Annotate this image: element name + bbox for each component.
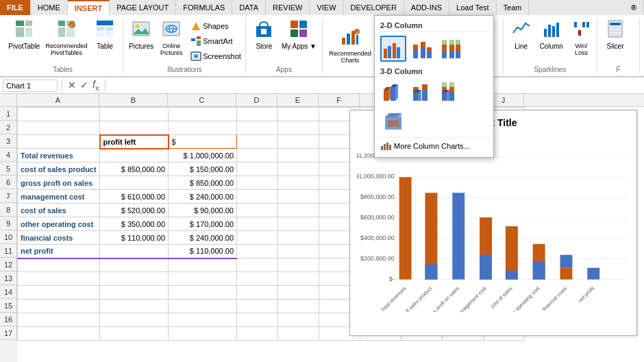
tab-load-test[interactable]: Load Test	[449, 0, 497, 15]
cell-a15[interactable]	[18, 300, 100, 313]
tab-kretools[interactable]: ®	[624, 0, 644, 15]
cell-b2[interactable]	[100, 121, 169, 135]
cell-c13[interactable]	[169, 272, 237, 286]
cell-a6[interactable]: gross proft on sales	[18, 176, 100, 190]
tab-formulas[interactable]: FORMULAS	[176, 0, 232, 15]
cell-d10[interactable]	[237, 231, 278, 245]
cell-a8[interactable]: cost of sales	[18, 204, 100, 217]
cell-e8[interactable]	[278, 204, 319, 217]
cell-d17[interactable]	[237, 327, 278, 341]
line-sparkline-button[interactable]: Line	[508, 18, 535, 51]
cell-e11[interactable]	[278, 245, 319, 258]
row-header-4[interactable]: 4	[0, 148, 17, 162]
cell-a3[interactable]	[18, 135, 100, 149]
cell-c10[interactable]: $ 240,000.00	[169, 231, 237, 245]
cell-e3[interactable]	[278, 135, 319, 149]
cell-a9[interactable]: other operating cost	[18, 217, 100, 231]
cell-c3[interactable]: $	[169, 135, 237, 149]
col-header-e[interactable]: E	[277, 94, 319, 106]
tab-page-layout[interactable]: PAGE LAYOUT	[110, 0, 176, 15]
cell-b13[interactable]	[100, 272, 169, 286]
row-header-14[interactable]: 14	[0, 285, 17, 299]
recommended-pivottables-button[interactable]: ✓ RecommendedPivotTables	[45, 18, 89, 58]
row-header-3[interactable]: 3	[0, 134, 17, 148]
cell-d5[interactable]	[237, 162, 278, 176]
col-header-c[interactable]: C	[168, 94, 236, 106]
tab-team[interactable]: Team	[497, 0, 530, 15]
cell-b1[interactable]	[100, 108, 169, 121]
cell-d3[interactable]	[237, 135, 278, 149]
tab-review[interactable]: REVIEW	[266, 0, 310, 15]
store-button[interactable]: Store	[250, 18, 277, 51]
cell-d9[interactable]	[237, 217, 278, 231]
cell-e1[interactable]	[278, 108, 319, 121]
pictures-button[interactable]: Pictures	[127, 18, 155, 51]
cell-b15[interactable]	[100, 300, 169, 313]
row-header-11[interactable]: 11	[0, 244, 17, 258]
cell-e13[interactable]	[278, 272, 319, 286]
row-header-5[interactable]: 5	[0, 162, 17, 176]
cell-d11[interactable]	[237, 245, 278, 258]
cell-b16[interactable]	[100, 313, 169, 327]
cell-a10[interactable]: financial costs	[18, 231, 100, 245]
col-header-b[interactable]: B	[99, 94, 168, 106]
cell-a5[interactable]: cost of sales product	[18, 162, 100, 176]
cell-d7[interactable]	[237, 190, 278, 204]
cell-d2[interactable]	[237, 121, 278, 135]
cell-d14[interactable]	[237, 286, 278, 300]
table-button[interactable]: Table	[91, 18, 119, 51]
tab-developer[interactable]: DEVELOPER	[344, 0, 404, 15]
slicer-button[interactable]: Slicer	[602, 18, 629, 51]
cell-b11[interactable]	[100, 245, 169, 258]
cell-c15[interactable]	[169, 300, 237, 313]
cell-c6[interactable]: $ 850,000.00	[169, 176, 237, 190]
tab-view[interactable]: VIEW	[310, 0, 343, 15]
cell-e2[interactable]	[278, 121, 319, 135]
shapes-button[interactable]: Shapes	[188, 19, 244, 33]
row-header-8[interactable]: 8	[0, 203, 17, 217]
row-header-7[interactable]: 7	[0, 189, 17, 203]
cell-a7[interactable]: management cost	[18, 190, 100, 204]
cell-b4[interactable]	[100, 149, 169, 162]
cell-e4[interactable]	[278, 149, 319, 162]
cell-d4[interactable]	[237, 149, 278, 162]
row-header-13[interactable]: 13	[0, 272, 17, 285]
cell-a13[interactable]	[18, 272, 100, 286]
row-header-12[interactable]: 12	[0, 258, 17, 272]
cell-a1[interactable]	[18, 108, 100, 121]
cell-e15[interactable]	[278, 300, 319, 313]
cell-d16[interactable]	[237, 313, 278, 327]
cell-c8[interactable]: $ 90,000.00	[169, 204, 237, 217]
tab-file[interactable]: FILE	[0, 0, 31, 15]
cell-d8[interactable]	[237, 204, 278, 217]
3d-stacked-btn[interactable]	[409, 78, 435, 104]
row-header-9[interactable]: 9	[0, 217, 17, 230]
cell-c2[interactable]	[169, 121, 237, 135]
cell-a12[interactable]	[18, 258, 100, 272]
confirm-formula-icon[interactable]: ✓	[79, 80, 90, 90]
cell-e14[interactable]	[278, 286, 319, 300]
tab-insert[interactable]: INSERT	[68, 0, 110, 15]
cell-e6[interactable]	[278, 176, 319, 190]
col-header-d[interactable]: D	[236, 94, 277, 106]
cell-b17[interactable]	[100, 327, 169, 341]
cell-a14[interactable]	[18, 286, 100, 300]
cell-e5[interactable]	[278, 162, 319, 176]
row-header-1[interactable]: 1	[0, 107, 17, 121]
cell-c1[interactable]	[169, 108, 237, 121]
cell-d15[interactable]	[237, 300, 278, 313]
3d-full-btn[interactable]	[380, 108, 406, 134]
cell-a17[interactable]	[18, 327, 100, 341]
pivot-table-button[interactable]: PivotTable	[7, 18, 42, 51]
cell-b12[interactable]	[100, 258, 169, 272]
cell-d12[interactable]	[237, 258, 278, 272]
more-charts-button[interactable]: More Column Charts...	[377, 137, 491, 154]
cell-a16[interactable]	[18, 313, 100, 327]
clustered-column-btn[interactable]	[380, 36, 406, 62]
cell-b5[interactable]: $ 850,000.00	[100, 162, 169, 176]
cell-a11[interactable]: net profit	[18, 245, 100, 258]
cell-b6[interactable]	[100, 176, 169, 190]
cell-e17[interactable]	[278, 327, 319, 341]
cell-c14[interactable]	[169, 286, 237, 300]
cell-a4[interactable]: Total revenues	[18, 149, 100, 162]
